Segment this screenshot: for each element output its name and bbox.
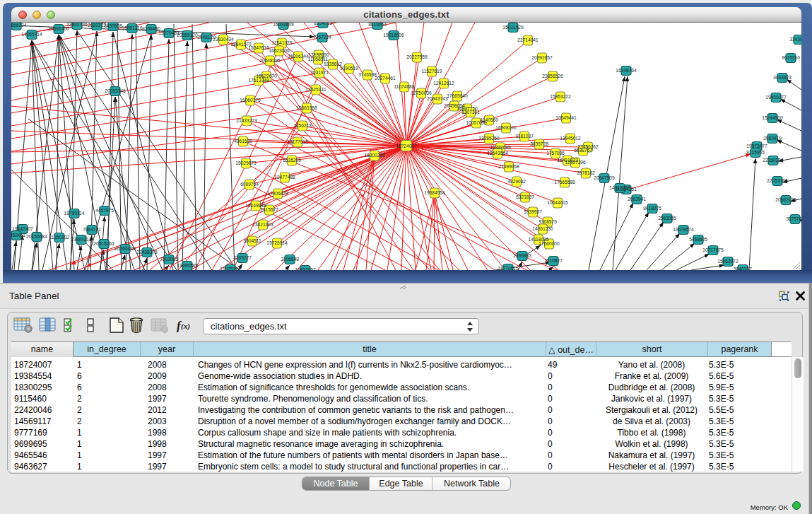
svg-text:23884213: 23884213 [71, 237, 92, 242]
svg-text:23830434: 23830434 [213, 37, 234, 42]
svg-text:17613348: 17613348 [248, 78, 269, 83]
svg-text:8418275: 8418275 [643, 206, 661, 211]
svg-text:11527619: 11527619 [422, 69, 442, 74]
svg-text:10033809: 10033809 [273, 23, 294, 27]
svg-text:20691406: 20691406 [48, 26, 69, 31]
svg-text:20053346: 20053346 [105, 88, 126, 93]
svg-text:16206344: 16206344 [288, 54, 309, 59]
svg-text:7064171: 7064171 [83, 227, 101, 232]
svg-text:7910827: 7910827 [544, 258, 563, 263]
svg-text:17665640: 17665640 [447, 93, 468, 98]
svg-text:20274461: 20274461 [375, 76, 396, 81]
svg-text:19725914: 19725914 [266, 240, 288, 245]
svg-text:11388699: 11388699 [490, 145, 511, 150]
svg-text:3746598: 3746598 [358, 72, 377, 77]
svg-text:18981216: 18981216 [122, 25, 143, 30]
svg-text:19490077: 19490077 [765, 95, 787, 100]
svg-text:1757086: 1757086 [546, 151, 565, 156]
svg-text:4158480: 4158480 [142, 26, 160, 31]
svg-text:9190519: 9190519 [340, 66, 358, 71]
svg-text:4961630: 4961630 [234, 139, 252, 144]
svg-text:16623006: 16623006 [269, 48, 290, 53]
svg-text:12477488: 12477488 [274, 175, 295, 180]
svg-text:10057659: 10057659 [466, 120, 487, 125]
svg-text:8321837: 8321837 [516, 194, 534, 199]
svg-text:2663941: 2663941 [628, 197, 646, 201]
svg-text:22841736: 22841736 [66, 23, 88, 27]
svg-text:16060376: 16060376 [240, 98, 261, 103]
svg-text:20227559: 20227559 [406, 54, 428, 59]
svg-text:18300295: 18300295 [364, 153, 385, 158]
svg-text:21770515: 21770515 [498, 266, 519, 270]
svg-text:23285250: 23285250 [478, 136, 500, 141]
svg-text:8204075: 8204075 [314, 23, 332, 25]
svg-text:19384554: 19384554 [424, 190, 445, 195]
svg-text:3604511: 3604511 [243, 238, 261, 243]
svg-text:2315577: 2315577 [260, 207, 278, 212]
svg-text:23421603: 23421603 [252, 222, 273, 227]
svg-text:19799114: 19799114 [64, 211, 85, 216]
svg-text:10661588: 10661588 [296, 105, 317, 110]
svg-text:16908100: 16908100 [495, 125, 517, 130]
svg-text:4457975: 4457975 [95, 208, 114, 213]
svg-text:3456213: 3456213 [293, 123, 312, 128]
svg-text:3075745: 3075745 [786, 216, 801, 221]
svg-text:3181037: 3181037 [515, 134, 534, 139]
svg-text:20156684: 20156684 [26, 234, 47, 239]
svg-text:12412612: 12412612 [433, 81, 454, 86]
svg-text:14310388: 14310388 [609, 185, 630, 190]
svg-text:10717675: 10717675 [702, 247, 724, 252]
svg-text:20648195: 20648195 [259, 58, 281, 63]
svg-text:12750036: 12750036 [411, 90, 432, 95]
svg-text:10549441: 10549441 [555, 115, 577, 120]
svg-text:9308575: 9308575 [539, 219, 557, 224]
svg-text:5339937: 5339937 [524, 209, 542, 214]
svg-text:19678574: 19678574 [673, 227, 694, 232]
svg-text:15029873: 15029873 [235, 160, 257, 165]
svg-text:4952451: 4952451 [11, 233, 25, 238]
svg-text:20647509: 20647509 [594, 175, 615, 180]
svg-text:11866024: 11866024 [11, 23, 27, 28]
svg-text:7303905: 7303905 [160, 257, 178, 262]
svg-text:12927396: 12927396 [565, 160, 586, 165]
svg-text:4043823: 4043823 [773, 75, 792, 80]
svg-text:2563055: 2563055 [658, 216, 676, 221]
svg-text:6638767: 6638767 [574, 148, 592, 153]
svg-text:14351230: 14351230 [532, 226, 553, 231]
svg-text:3035728: 3035728 [530, 141, 548, 146]
svg-text:20166438: 20166438 [114, 246, 136, 251]
svg-text:15031529: 15031529 [502, 25, 524, 30]
svg-text:3106848: 3106848 [281, 257, 299, 262]
svg-text:20943743: 20943743 [427, 96, 448, 101]
svg-text:22714041: 22714041 [517, 37, 539, 42]
svg-text:19218506: 19218506 [383, 33, 404, 37]
svg-text:18724007: 18724007 [396, 144, 417, 148]
svg-text:2978182: 2978182 [577, 170, 595, 175]
svg-text:22053165: 22053165 [767, 178, 788, 183]
svg-text:10644615: 10644615 [547, 200, 568, 205]
svg-text:19973477: 19973477 [746, 144, 767, 148]
svg-text:19937057: 19937057 [295, 267, 316, 270]
svg-text:21433273: 21433273 [236, 118, 257, 123]
svg-text:2983419: 2983419 [763, 136, 782, 141]
svg-text:20392657: 20392657 [531, 55, 553, 60]
svg-text:7357224: 7357224 [313, 35, 331, 40]
svg-text:15953222: 15953222 [550, 94, 571, 99]
svg-text:20555120: 20555120 [177, 33, 198, 37]
svg-text:6535209: 6535209 [283, 158, 301, 163]
svg-text:15063972: 15063972 [717, 259, 739, 264]
svg-text:17660000: 17660000 [539, 241, 560, 246]
svg-text:11058511: 11058511 [308, 57, 329, 62]
svg-text:5840397: 5840397 [734, 267, 752, 270]
svg-text:3343959: 3343959 [789, 37, 801, 42]
svg-text:8215955: 8215955 [746, 150, 765, 155]
svg-text:4929082: 4929082 [507, 179, 526, 184]
svg-text:16148764: 16148764 [616, 68, 637, 73]
svg-text:11541029: 11541029 [272, 40, 293, 45]
svg-text:13945012: 13945012 [560, 136, 581, 141]
svg-text:9075310: 9075310 [782, 55, 800, 60]
svg-text:3307301: 3307301 [461, 110, 480, 115]
svg-text:15347616: 15347616 [248, 45, 269, 50]
svg-text:22438378: 22438378 [136, 250, 158, 255]
svg-text:5468605: 5468605 [689, 237, 707, 242]
